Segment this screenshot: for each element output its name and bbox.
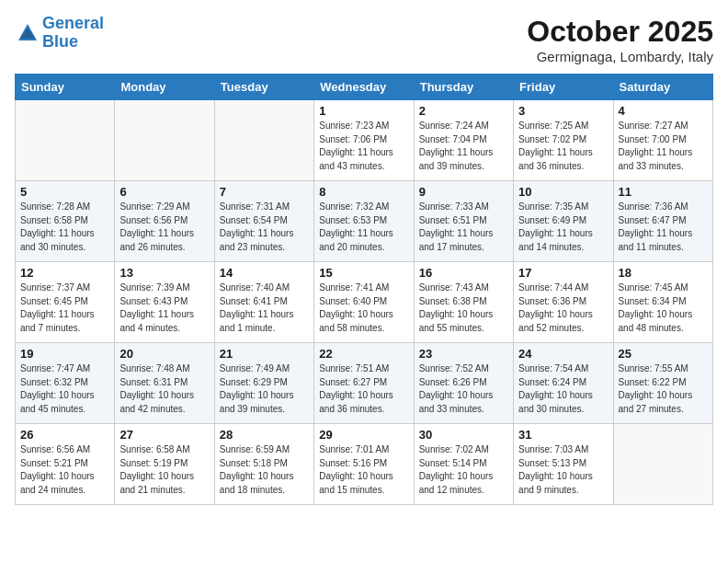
day-info: Sunrise: 7:41 AM Sunset: 6:40 PM Dayligh… [319, 282, 408, 335]
calendar-week-1: 1Sunrise: 7:23 AM Sunset: 7:06 PM Daylig… [16, 100, 713, 181]
calendar-cell: 7Sunrise: 7:31 AM Sunset: 6:54 PM Daylig… [214, 181, 313, 262]
page-header: General Blue October 2025 Germignaga, Lo… [15, 15, 713, 64]
weekday-header-friday: Friday [514, 75, 613, 100]
day-number: 15 [319, 266, 408, 280]
calendar-week-2: 5Sunrise: 7:28 AM Sunset: 6:58 PM Daylig… [16, 181, 713, 262]
day-number: 13 [119, 266, 209, 280]
day-number: 22 [319, 347, 408, 361]
calendar-cell: 20Sunrise: 7:48 AM Sunset: 6:31 PM Dayli… [115, 343, 214, 424]
calendar-cell: 3Sunrise: 7:25 AM Sunset: 7:02 PM Daylig… [514, 100, 613, 181]
day-info: Sunrise: 6:59 AM Sunset: 5:18 PM Dayligh… [220, 443, 309, 497]
day-number: 3 [518, 104, 608, 118]
day-number: 2 [419, 104, 508, 118]
calendar-week-3: 12Sunrise: 7:37 AM Sunset: 6:45 PM Dayli… [16, 262, 713, 343]
day-info: Sunrise: 7:24 AM Sunset: 7:04 PM Dayligh… [419, 120, 508, 173]
calendar-cell [16, 100, 115, 181]
day-info: Sunrise: 7:31 AM Sunset: 6:54 PM Dayligh… [220, 201, 309, 254]
calendar-cell: 11Sunrise: 7:36 AM Sunset: 6:47 PM Dayli… [613, 181, 712, 262]
calendar-cell: 14Sunrise: 7:40 AM Sunset: 6:41 PM Dayli… [214, 262, 313, 343]
day-number: 26 [20, 428, 109, 442]
weekday-header-thursday: Thursday [414, 75, 513, 100]
day-number: 1 [319, 104, 408, 118]
calendar-cell: 21Sunrise: 7:49 AM Sunset: 6:29 PM Dayli… [214, 343, 313, 424]
day-info: Sunrise: 7:51 AM Sunset: 6:27 PM Dayligh… [319, 362, 408, 416]
calendar-cell: 6Sunrise: 7:29 AM Sunset: 6:56 PM Daylig… [115, 181, 214, 262]
calendar-cell: 15Sunrise: 7:41 AM Sunset: 6:40 PM Dayli… [314, 262, 414, 343]
day-info: Sunrise: 7:32 AM Sunset: 6:53 PM Dayligh… [319, 201, 408, 254]
day-info: Sunrise: 7:55 AM Sunset: 6:22 PM Dayligh… [619, 362, 708, 416]
calendar-cell: 12Sunrise: 7:37 AM Sunset: 6:45 PM Dayli… [16, 262, 115, 343]
calendar-cell: 13Sunrise: 7:39 AM Sunset: 6:43 PM Dayli… [115, 262, 214, 343]
day-info: Sunrise: 7:25 AM Sunset: 7:02 PM Dayligh… [518, 120, 608, 173]
calendar-cell: 27Sunrise: 6:58 AM Sunset: 5:19 PM Dayli… [115, 424, 214, 505]
calendar-cell [214, 100, 313, 181]
day-number: 6 [119, 185, 209, 199]
day-info: Sunrise: 7:35 AM Sunset: 6:49 PM Dayligh… [518, 201, 608, 254]
calendar-cell: 18Sunrise: 7:45 AM Sunset: 6:34 PM Dayli… [613, 262, 712, 343]
day-info: Sunrise: 7:39 AM Sunset: 6:43 PM Dayligh… [119, 282, 209, 335]
calendar-cell: 4Sunrise: 7:27 AM Sunset: 7:00 PM Daylig… [613, 100, 712, 181]
day-info: Sunrise: 7:45 AM Sunset: 6:34 PM Dayligh… [619, 282, 708, 335]
day-info: Sunrise: 7:36 AM Sunset: 6:47 PM Dayligh… [619, 201, 708, 254]
calendar-table: SundayMondayTuesdayWednesdayThursdayFrid… [15, 74, 713, 505]
day-number: 23 [419, 347, 508, 361]
calendar-week-4: 19Sunrise: 7:47 AM Sunset: 6:32 PM Dayli… [16, 343, 713, 424]
calendar-cell: 28Sunrise: 6:59 AM Sunset: 5:18 PM Dayli… [214, 424, 313, 505]
svg-marker-1 [20, 28, 35, 39]
day-info: Sunrise: 7:01 AM Sunset: 5:16 PM Dayligh… [319, 443, 408, 497]
day-info: Sunrise: 6:56 AM Sunset: 5:21 PM Dayligh… [20, 443, 109, 497]
calendar-cell: 16Sunrise: 7:43 AM Sunset: 6:38 PM Dayli… [414, 262, 513, 343]
day-number: 25 [619, 347, 708, 361]
calendar-cell: 31Sunrise: 7:03 AM Sunset: 5:13 PM Dayli… [514, 424, 613, 505]
day-info: Sunrise: 7:40 AM Sunset: 6:41 PM Dayligh… [220, 282, 309, 335]
day-number: 28 [220, 428, 309, 442]
day-number: 16 [419, 266, 508, 280]
weekday-header-wednesday: Wednesday [314, 75, 414, 100]
day-info: Sunrise: 7:03 AM Sunset: 5:13 PM Dayligh… [518, 443, 608, 497]
logo-text: General Blue [42, 15, 104, 52]
calendar-cell: 29Sunrise: 7:01 AM Sunset: 5:16 PM Dayli… [314, 424, 414, 505]
weekday-header-tuesday: Tuesday [214, 75, 313, 100]
calendar-cell: 26Sunrise: 6:56 AM Sunset: 5:21 PM Dayli… [16, 424, 115, 505]
calendar-week-5: 26Sunrise: 6:56 AM Sunset: 5:21 PM Dayli… [16, 424, 713, 505]
calendar-cell: 22Sunrise: 7:51 AM Sunset: 6:27 PM Dayli… [314, 343, 414, 424]
calendar-cell: 17Sunrise: 7:44 AM Sunset: 6:36 PM Dayli… [514, 262, 613, 343]
weekday-header-monday: Monday [115, 75, 214, 100]
day-info: Sunrise: 7:48 AM Sunset: 6:31 PM Dayligh… [119, 362, 209, 416]
calendar-cell: 24Sunrise: 7:54 AM Sunset: 6:24 PM Dayli… [514, 343, 613, 424]
day-info: Sunrise: 7:28 AM Sunset: 6:58 PM Dayligh… [20, 201, 109, 254]
day-info: Sunrise: 7:02 AM Sunset: 5:14 PM Dayligh… [419, 443, 508, 497]
day-number: 14 [220, 266, 309, 280]
day-number: 20 [119, 347, 209, 361]
day-number: 27 [119, 428, 209, 442]
calendar-cell: 23Sunrise: 7:52 AM Sunset: 6:26 PM Dayli… [414, 343, 513, 424]
day-info: Sunrise: 6:58 AM Sunset: 5:19 PM Dayligh… [119, 443, 209, 497]
day-info: Sunrise: 7:27 AM Sunset: 7:00 PM Dayligh… [619, 120, 708, 173]
day-number: 31 [518, 428, 608, 442]
day-number: 29 [319, 428, 408, 442]
day-number: 30 [419, 428, 508, 442]
day-number: 18 [619, 266, 708, 280]
day-number: 4 [619, 104, 708, 118]
calendar-cell [115, 100, 214, 181]
logo: General Blue [15, 15, 104, 52]
calendar-cell: 9Sunrise: 7:33 AM Sunset: 6:51 PM Daylig… [414, 181, 513, 262]
calendar-cell: 2Sunrise: 7:24 AM Sunset: 7:04 PM Daylig… [414, 100, 513, 181]
weekday-header-saturday: Saturday [613, 75, 712, 100]
title-block: October 2025 Germignaga, Lombardy, Italy [527, 15, 713, 64]
day-info: Sunrise: 7:23 AM Sunset: 7:06 PM Dayligh… [319, 120, 408, 173]
calendar-cell: 25Sunrise: 7:55 AM Sunset: 6:22 PM Dayli… [613, 343, 712, 424]
day-number: 21 [220, 347, 309, 361]
day-info: Sunrise: 7:33 AM Sunset: 6:51 PM Dayligh… [419, 201, 508, 254]
calendar-cell [613, 424, 712, 505]
calendar-cell: 19Sunrise: 7:47 AM Sunset: 6:32 PM Dayli… [16, 343, 115, 424]
day-number: 9 [419, 185, 508, 199]
day-number: 10 [518, 185, 608, 199]
calendar-cell: 8Sunrise: 7:32 AM Sunset: 6:53 PM Daylig… [314, 181, 414, 262]
day-info: Sunrise: 7:52 AM Sunset: 6:26 PM Dayligh… [419, 362, 508, 416]
month-title: October 2025 [527, 15, 713, 49]
calendar-cell: 5Sunrise: 7:28 AM Sunset: 6:58 PM Daylig… [16, 181, 115, 262]
day-info: Sunrise: 7:37 AM Sunset: 6:45 PM Dayligh… [20, 282, 109, 335]
day-info: Sunrise: 7:54 AM Sunset: 6:24 PM Dayligh… [518, 362, 608, 416]
day-number: 12 [20, 266, 109, 280]
